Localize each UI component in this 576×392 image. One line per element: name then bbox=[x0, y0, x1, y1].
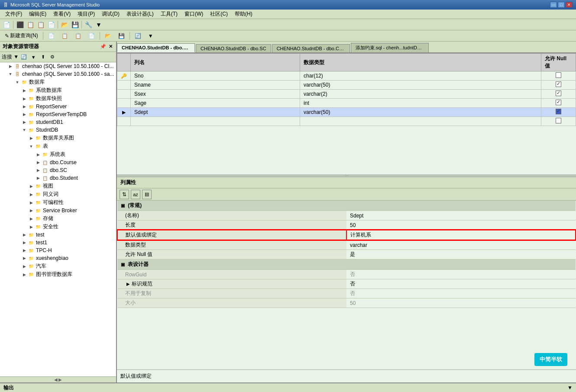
datatype-cell-1[interactable]: char(12) bbox=[300, 71, 541, 81]
tb1-btn1[interactable]: ⬛ bbox=[15, 20, 25, 29]
table-row[interactable]: Ssex varchar(2) bbox=[117, 90, 576, 99]
course-table[interactable]: ▶ 📋 dbo.Course bbox=[0, 159, 116, 166]
menu-item-工具t[interactable]: 工具(T) bbox=[157, 10, 181, 19]
prop-row-default[interactable]: 默认值或绑定 计算机系 bbox=[117, 230, 576, 240]
table-row[interactable]: ▶ Sdept varchar(50) bbox=[117, 108, 576, 117]
books-db[interactable]: ▶ 📁 图书管理数据库 bbox=[0, 270, 116, 279]
tb1-btn3[interactable]: 📋 bbox=[36, 20, 45, 29]
server-item-1[interactable]: ▶ 🗄 chenhao (SQL Server 10.50.1600 - CI.… bbox=[0, 62, 116, 70]
tb2-btn3[interactable]: 📋 bbox=[72, 32, 84, 40]
sc-table[interactable]: ▶ 📋 dbo.SC bbox=[0, 166, 116, 174]
views-folder[interactable]: ▶ 📁 视图 bbox=[0, 182, 116, 190]
service-broker-folder[interactable]: ▶ 📁 Service Broker bbox=[0, 207, 116, 214]
null-cell-3[interactable] bbox=[541, 90, 576, 99]
datatype-cell-6[interactable] bbox=[300, 117, 541, 126]
datatype-cell-5[interactable]: varchar(50) bbox=[300, 108, 541, 117]
prop-sort-btn[interactable]: ⇅ bbox=[120, 190, 129, 199]
system-db-folder[interactable]: ▶ 📁 系统数据库 bbox=[0, 86, 116, 94]
prop-allownull-value[interactable]: 是 bbox=[346, 250, 576, 259]
tab-course[interactable]: CHENHAO.StudntDB - dbo.Course bbox=[272, 44, 350, 52]
tb1-btn5[interactable]: 📂 bbox=[60, 20, 69, 29]
prop-filter-btn[interactable]: ▤ bbox=[142, 190, 152, 199]
dbdiagram-folder[interactable]: ▶ 📁 数据库关系图 bbox=[0, 134, 116, 142]
prop-identity-value[interactable]: 否 bbox=[346, 279, 576, 289]
tab-student[interactable]: CHENHAO.StudntDB - dbo.Student* bbox=[117, 43, 195, 52]
tb1-btn4[interactable]: 📄 bbox=[46, 20, 56, 29]
xueshengbiao-db[interactable]: ▶ 📁 xueshengbiao bbox=[0, 254, 116, 262]
prop-rowguid-value[interactable]: 否 bbox=[346, 270, 576, 279]
security-folder[interactable]: ▶ 📁 安全性 bbox=[0, 223, 116, 231]
restore-button[interactable]: □ bbox=[558, 2, 565, 8]
tb2-btn4[interactable]: 📄 bbox=[85, 32, 98, 40]
minimize-button[interactable]: — bbox=[550, 2, 557, 8]
qiche-db[interactable]: ▶ 📁 汽车 bbox=[0, 262, 116, 270]
snapshot-folder[interactable]: ▶ 📁 数据库快照 bbox=[0, 94, 116, 103]
null-checkbox-5[interactable] bbox=[556, 109, 561, 114]
menu-item-表设计器l[interactable]: 表设计器(L) bbox=[123, 10, 157, 19]
colname-cell-1[interactable]: Sno bbox=[131, 71, 300, 81]
oe-refresh-btn[interactable]: 🔄 bbox=[19, 53, 28, 61]
table-row[interactable]: Sage int bbox=[117, 99, 576, 108]
prop-row-noreplic[interactable]: 不用于复制 否 bbox=[117, 289, 576, 298]
reportserver-item[interactable]: ▶ 📁 ReportServer bbox=[0, 103, 116, 110]
menu-item-社区c[interactable]: 社区(C) bbox=[207, 10, 231, 19]
null-checkbox-4[interactable] bbox=[556, 100, 561, 105]
prop-default-value[interactable]: 计算机系 bbox=[346, 230, 576, 240]
colname-cell-6[interactable] bbox=[131, 117, 300, 126]
table-row[interactable] bbox=[117, 117, 576, 126]
test1-db[interactable]: ▶ 📁 test1 bbox=[0, 239, 116, 246]
colname-cell-2[interactable]: Sname bbox=[131, 81, 300, 90]
prop-alpha-btn[interactable]: az bbox=[131, 190, 140, 199]
tb2-btn6[interactable]: 💾 bbox=[115, 32, 128, 40]
databases-folder[interactable]: ▼ 📁 数据库 bbox=[0, 78, 116, 86]
null-checkbox-6[interactable] bbox=[556, 118, 561, 123]
oe-collapse-btn[interactable]: ⬆ bbox=[39, 53, 47, 61]
prop-row-identity[interactable]: ▶标识规范 否 bbox=[117, 279, 576, 289]
synonyms-folder[interactable]: ▶ 📁 同义词 bbox=[0, 190, 116, 198]
prop-row-allownull[interactable]: 允许 Null 值 是 bbox=[117, 250, 576, 259]
datatype-cell-3[interactable]: varchar(2) bbox=[300, 90, 541, 99]
menu-item-调试d[interactable]: 调试(D) bbox=[98, 10, 123, 19]
tb1-btn8[interactable]: ▼ bbox=[94, 20, 104, 29]
null-cell-5[interactable] bbox=[541, 108, 576, 117]
null-checkbox-2[interactable] bbox=[556, 81, 561, 87]
prop-noreplic-value[interactable]: 否 bbox=[346, 289, 576, 298]
prop-row-rowguid[interactable]: RowGuid 否 bbox=[117, 270, 576, 279]
tb2-btn5[interactable]: 📂 bbox=[102, 32, 114, 40]
null-checkbox-3[interactable] bbox=[556, 91, 561, 96]
null-cell-1[interactable] bbox=[541, 71, 576, 81]
null-cell-2[interactable] bbox=[541, 81, 576, 90]
menu-item-编辑e[interactable]: 编辑(E) bbox=[26, 10, 50, 19]
new-query-button[interactable]: 📄 bbox=[2, 20, 11, 29]
null-cell-6[interactable] bbox=[541, 117, 576, 126]
prop-datatype-value[interactable]: varchar bbox=[346, 240, 576, 250]
tab-sql[interactable]: 添加约束.sql - chenh...tudntDB (sa (55)) bbox=[351, 43, 429, 52]
menu-item-查看v[interactable]: 查看(V) bbox=[50, 10, 74, 19]
close-button[interactable]: ✕ bbox=[566, 2, 573, 8]
menu-item-窗口w[interactable]: 窗口(W) bbox=[181, 10, 207, 19]
tb1-btn2[interactable]: 📋 bbox=[26, 20, 35, 29]
identity-expand[interactable]: ▶ bbox=[126, 282, 130, 286]
general-expand-icon[interactable]: ▣ bbox=[121, 203, 125, 208]
menu-item-文件f[interactable]: 文件(F) bbox=[2, 10, 26, 19]
prop-row-size[interactable]: 大小 50 bbox=[117, 298, 576, 308]
oe-filter-btn[interactable]: ▼ bbox=[29, 53, 38, 61]
table-row[interactable]: 🔑 Sno char(12) bbox=[117, 71, 576, 81]
prop-size-value[interactable]: 50 bbox=[346, 298, 576, 308]
tb2-btn7[interactable]: 🔄 bbox=[132, 32, 144, 40]
tb1-btn6[interactable]: 💾 bbox=[70, 20, 80, 29]
datatype-cell-2[interactable]: varchar(50) bbox=[300, 81, 541, 90]
prop-name-value[interactable]: Sdept bbox=[346, 211, 576, 220]
student-table[interactable]: ▶ 📋 dbo.Student bbox=[0, 174, 116, 182]
colname-cell-5[interactable]: Sdept bbox=[131, 108, 300, 117]
pin-button[interactable]: 📌 bbox=[99, 44, 107, 49]
tb2-btn1[interactable]: 📄 bbox=[45, 32, 58, 40]
colname-cell-4[interactable]: Sage bbox=[131, 99, 300, 108]
close-oe-button[interactable]: ✕ bbox=[108, 44, 113, 49]
oe-hscroll[interactable]: ◀ ▶ bbox=[0, 376, 116, 382]
server-item-2[interactable]: ▼ 🗄 chenhao (SQL Server 10.50.1600 - sa.… bbox=[0, 70, 116, 78]
menu-item-项目p[interactable]: 项目(P) bbox=[74, 10, 98, 19]
td-expand-icon[interactable]: ▣ bbox=[121, 262, 125, 267]
connect-button[interactable]: 连接 ▼ bbox=[2, 53, 19, 61]
menu-item-帮助h[interactable]: 帮助(H) bbox=[231, 10, 256, 19]
